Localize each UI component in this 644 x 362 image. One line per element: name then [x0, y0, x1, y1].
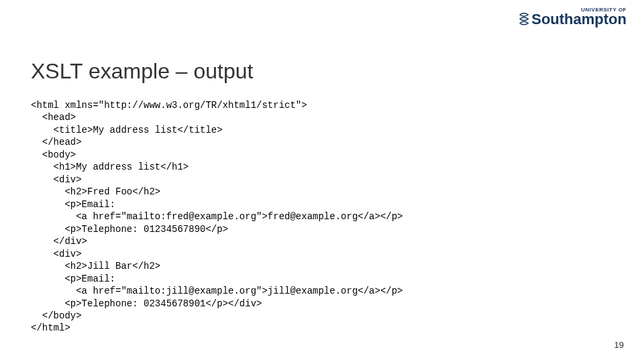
logo-main: Southampton	[518, 13, 627, 32]
logo-main-text: Southampton	[531, 13, 627, 27]
logo: UNIVERSITY OF Southampton	[518, 7, 627, 32]
slide-title: XSLT example – output	[31, 59, 253, 84]
slide: UNIVERSITY OF Southampton XSLT example –…	[0, 0, 644, 362]
code-block: <html xmlns="http://www.w3.org/TR/xhtml1…	[31, 99, 403, 335]
page-number: 19	[614, 340, 624, 350]
knot-icon	[518, 13, 530, 32]
